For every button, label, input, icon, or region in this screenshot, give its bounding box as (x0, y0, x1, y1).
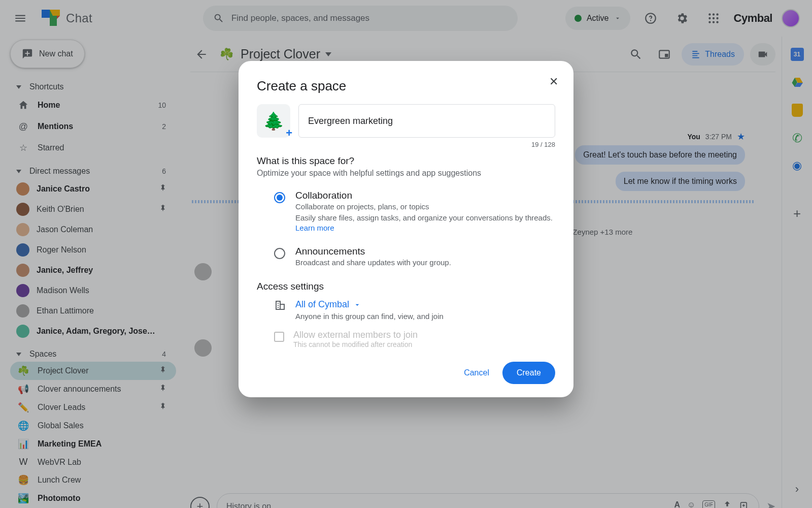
option-collaboration[interactable]: Collaboration Collaborate on projects, p… (257, 187, 555, 243)
cancel-button[interactable]: Cancel (464, 368, 489, 377)
org-icon (274, 299, 286, 321)
allow-external-checkbox: Allow external members to join This cann… (257, 330, 555, 348)
close-icon[interactable]: ✕ (549, 75, 558, 88)
add-emoji-icon: + (286, 126, 292, 140)
learn-more-link[interactable]: Learn more (295, 224, 334, 232)
modal-title: Create a space (257, 78, 555, 94)
space-emoji-picker[interactable]: 🌲 + (257, 104, 290, 138)
radio-checked-icon (274, 192, 285, 203)
chevron-down-icon (353, 301, 361, 309)
option-announcements[interactable]: Announcements Broadcast and share update… (257, 243, 555, 278)
access-settings-title: Access settings (257, 281, 555, 292)
purpose-question: What is this space for? (257, 155, 555, 167)
create-space-modal: Create a space ✕ 🌲 + Evergreen marketing… (239, 61, 573, 397)
modal-scrim[interactable]: Create a space ✕ 🌲 + Evergreen marketing… (0, 0, 812, 508)
purpose-subtext: Optimize your space with helpful setting… (257, 169, 555, 178)
space-emoji-preview: 🌲 (263, 111, 284, 131)
space-name-input[interactable]: Evergreen marketing (298, 104, 555, 138)
radio-unchecked-icon (274, 248, 285, 259)
create-button[interactable]: Create (502, 362, 555, 384)
access-scope-selector[interactable]: All of Cymbal Anyone in this group can f… (257, 299, 555, 321)
checkbox-unchecked-icon (274, 332, 284, 342)
char-counter: 19 / 128 (257, 141, 555, 148)
